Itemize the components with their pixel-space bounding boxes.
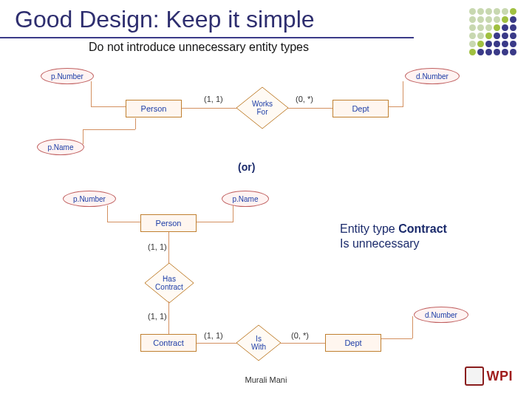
- entity-dept-2: Dept: [325, 334, 381, 352]
- entity-person-2: Person: [140, 214, 197, 232]
- edge: [412, 316, 413, 338]
- wpi-logo: WPI: [465, 366, 514, 386]
- edge: [168, 232, 169, 266]
- attribute-d-number-2: d.Number: [414, 307, 468, 323]
- edge: [107, 205, 108, 222]
- cardinality-has-contract: (1, 1): [148, 312, 167, 321]
- attribute-p-number-2: p.Number: [63, 191, 116, 207]
- cardinality-contract-iswith: (1, 1): [204, 331, 223, 340]
- logo-text: WPI: [487, 369, 514, 384]
- er-diagram-2: p.Number p.Name Person (1, 1) Has Contra…: [0, 0, 532, 399]
- author-footer: Murali Mani: [245, 375, 287, 384]
- annotation-note: Entity type Contract Is unnecessary: [340, 222, 447, 251]
- rel-label: Is: [256, 335, 262, 343]
- edge: [233, 205, 233, 222]
- entity-contract: Contract: [140, 334, 197, 352]
- rel-label: Has: [163, 275, 176, 283]
- cardinality-person-has: (1, 1): [148, 242, 167, 251]
- note-bold: Contract: [398, 222, 447, 235]
- edge: [281, 343, 325, 344]
- note-text: Entity type: [340, 222, 398, 235]
- logo-seal-icon: [465, 366, 484, 386]
- cardinality-iswith-dept: (0, *): [291, 331, 309, 340]
- rel-label: With: [251, 343, 266, 351]
- note-text: Is unnecessary: [340, 237, 420, 250]
- edge: [381, 338, 412, 339]
- attribute-p-name-2: p.Name: [222, 191, 269, 207]
- rel-label: Contract: [155, 283, 183, 291]
- edge: [168, 301, 169, 334]
- edge: [192, 222, 233, 222]
- edge: [197, 343, 237, 344]
